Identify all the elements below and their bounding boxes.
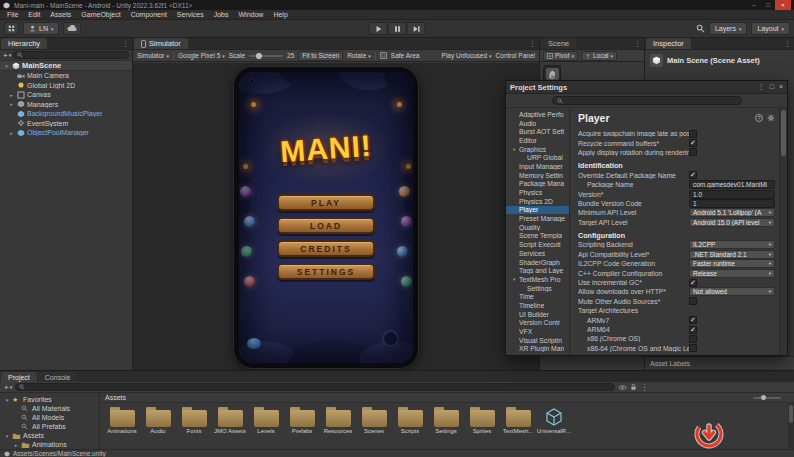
dropdown[interactable]: IL2CPP▾	[689, 240, 775, 249]
settings-category-input-manager[interactable]: Input Manager	[506, 162, 569, 171]
settings-category-textmesh-pro[interactable]: ▾TextMesh Pro	[506, 275, 569, 284]
maximize-icon[interactable]: □	[770, 83, 774, 91]
safe-area-icon[interactable]	[380, 52, 387, 59]
project-settings-titlebar[interactable]: Project Settings ⋮ □ ×	[506, 81, 787, 94]
project-asset-audio[interactable]: Audio	[140, 406, 176, 434]
scale-slider[interactable]	[249, 55, 283, 57]
eye-icon[interactable]	[618, 384, 627, 391]
hierarchy-search-input[interactable]	[13, 51, 129, 59]
device-dropdown[interactable]: Google Pixel 5▾	[178, 52, 225, 59]
settings-category-player[interactable]: Player	[506, 206, 569, 215]
text-field[interactable]: com.gamesdev01.ManiMi	[689, 180, 775, 189]
expand-caret-icon[interactable]: ▸	[13, 442, 19, 448]
hierarchy-item-backgroundmusicplayer[interactable]: BackgroundMusicPlayer	[0, 109, 132, 119]
project-tree-all-materials[interactable]: All Materials	[0, 404, 99, 413]
settings-category-script-executi[interactable]: Script Executi	[506, 240, 569, 249]
dropdown[interactable]: Faster runtime▾	[689, 259, 775, 268]
account-button[interactable]: LN ▾	[23, 22, 59, 35]
menu-item-jobs[interactable]: Jobs	[209, 10, 234, 19]
create-button[interactable]: +▾	[4, 383, 12, 392]
pane-menu-icon[interactable]: ⋮	[640, 383, 648, 392]
music-toggle-button[interactable]	[382, 330, 399, 347]
project-asset-levels[interactable]: Levels	[248, 406, 284, 434]
help-icon[interactable]: ?	[755, 114, 763, 122]
cloud-button[interactable]	[63, 22, 81, 35]
icon-size-slider[interactable]	[753, 397, 781, 399]
expand-caret-icon[interactable]: ▾	[4, 433, 10, 439]
checkbox[interactable]: ✓	[689, 279, 697, 287]
hierarchy-item-managers[interactable]: ▸Managers	[0, 100, 132, 110]
checkbox[interactable]: ✓	[689, 316, 697, 324]
preset-gear-icon[interactable]	[767, 114, 775, 122]
scene-header-row[interactable]: ▾ MainScene	[0, 61, 132, 71]
minimize-button[interactable]: –	[747, 0, 761, 10]
step-button[interactable]	[407, 22, 426, 35]
expand-caret-icon[interactable]: ▸	[8, 92, 15, 98]
project-search-input[interactable]	[15, 383, 615, 391]
fit-to-screen-button[interactable]: Fit to Screen	[298, 51, 343, 61]
checkbox[interactable]	[689, 148, 697, 156]
settings-category-editor[interactable]: Editor	[506, 136, 569, 145]
checkbox[interactable]	[689, 297, 697, 305]
create-button[interactable]: +▾	[3, 51, 11, 60]
layers-dropdown[interactable]: Layers▾	[709, 22, 748, 35]
settings-category-timeline[interactable]: Timeline	[506, 301, 569, 310]
rotate-dropdown[interactable]: Rotate▾	[347, 52, 371, 59]
settings-scrollbar[interactable]	[779, 108, 787, 355]
scrollbar-thumb[interactable]	[781, 110, 786, 156]
project-tree-all-prefabs[interactable]: All Prefabs	[0, 422, 99, 431]
maximize-button[interactable]: □	[761, 0, 775, 10]
menu-item-edit[interactable]: Edit	[23, 10, 45, 19]
project-asset-resources[interactable]: Resources	[320, 406, 356, 434]
slider-thumb[interactable]	[256, 53, 262, 59]
pane-menu-icon[interactable]: ⋮	[784, 40, 791, 48]
checkbox[interactable]	[689, 335, 697, 343]
layout-dropdown[interactable]: Layout▾	[751, 22, 790, 35]
close-icon[interactable]: ×	[779, 83, 783, 91]
settings-search-input[interactable]	[552, 96, 742, 105]
project-asset-jmo-assets[interactable]: JMO Assets	[212, 406, 248, 434]
settings-category-adaptive-perfo[interactable]: Adaptive Perfo	[506, 110, 569, 119]
tab-hierarchy[interactable]: Hierarchy	[1, 38, 47, 49]
project-asset-prefabs[interactable]: Prefabs	[284, 406, 320, 434]
settings-category-xr-plugin-man[interactable]: XR Plugin Man	[506, 345, 569, 354]
settings-category-audio[interactable]: Audio	[506, 119, 569, 128]
settings-category-scene-templa[interactable]: Scene Templa	[506, 232, 569, 241]
checkbox[interactable]	[689, 130, 697, 138]
pane-menu-icon[interactable]: ⋮	[529, 40, 536, 48]
hierarchy-item-main-camera[interactable]: Main Camera	[0, 71, 132, 81]
game-menu-button-play[interactable]: PLAY	[277, 194, 375, 211]
settings-category-physics-2d[interactable]: Physics 2D	[506, 197, 569, 206]
dropdown[interactable]: Release▾	[689, 269, 775, 278]
dropdown[interactable]: Android 15.0 (API level▾	[689, 218, 775, 227]
tab-scene[interactable]: Scene	[541, 38, 576, 49]
hand-tool-button[interactable]	[546, 68, 559, 80]
project-asset-fonts[interactable]: Fonts	[176, 406, 212, 434]
pane-menu-icon[interactable]: ⋮	[758, 83, 765, 91]
menu-item-assets[interactable]: Assets	[45, 10, 76, 19]
settings-category-package-mana[interactable]: Package Mana	[506, 180, 569, 189]
project-asset-animations[interactable]: Animations	[104, 406, 140, 434]
checkbox[interactable]: ✓	[689, 139, 697, 147]
expand-caret-icon[interactable]: ▸	[8, 101, 15, 107]
download-progress-icon[interactable]	[694, 419, 724, 449]
tab-inspector[interactable]: Inspector	[646, 38, 691, 49]
text-field[interactable]: 1	[689, 199, 775, 208]
checkbox[interactable]: ✓	[689, 326, 697, 334]
dropdown[interactable]: Not allowed▾	[689, 287, 775, 296]
settings-category-memory-settin[interactable]: Memory Settin	[506, 171, 569, 180]
pane-menu-icon[interactable]: ⋮	[122, 40, 129, 48]
asset-labels-bar[interactable]: Asset Labels	[645, 356, 794, 369]
project-tree-all-models[interactable]: All Models	[0, 413, 99, 422]
project-asset-textmesh[interactable]: TextMesh...	[500, 406, 536, 434]
pane-menu-icon[interactable]: ⋮	[634, 40, 641, 48]
menu-item-component[interactable]: Component	[126, 10, 172, 19]
assets-scrollbar[interactable]	[788, 403, 794, 449]
expand-caret-icon[interactable]: ▾	[3, 63, 10, 69]
menu-item-help[interactable]: Help	[268, 10, 292, 19]
checkbox[interactable]: ✓	[689, 171, 697, 179]
tab-project[interactable]: Project	[1, 372, 37, 382]
settings-category-services[interactable]: Services	[506, 249, 569, 258]
menu-item-services[interactable]: Services	[172, 10, 209, 19]
expand-caret-icon[interactable]: ▸	[8, 130, 15, 136]
